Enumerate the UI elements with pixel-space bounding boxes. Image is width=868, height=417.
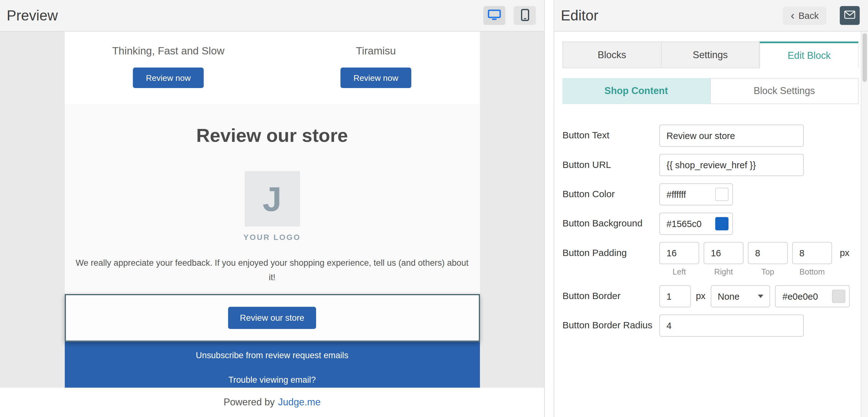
monitor-icon [488, 9, 501, 22]
mobile-preview-button[interactable] [514, 6, 536, 25]
button-color-input[interactable] [660, 184, 711, 205]
preview-panel: Preview Thinking, Fast and Sl [0, 0, 545, 417]
device-toggle [483, 6, 544, 25]
selected-button-block[interactable]: Review our store [64, 294, 479, 341]
button-color-input-group [659, 183, 733, 205]
product-cell: Thinking, Fast and Slow Review now [64, 45, 272, 88]
padding-top-input[interactable] [748, 242, 788, 264]
field-button-url: Button URL [562, 154, 859, 176]
field-button-border-radius: Button Border Radius [562, 315, 859, 336]
button-text-label: Button Text [562, 124, 659, 147]
padding-left-sublabel: Left [659, 268, 699, 276]
field-button-text: Button Text [562, 124, 859, 147]
padding-bottom-group: Bottom [792, 242, 832, 276]
email-preview-area: Thinking, Fast and Slow Review now Tiram… [0, 31, 544, 417]
feedback-text: We really appreciate your feedback. If y… [75, 256, 469, 284]
padding-right-input[interactable] [704, 242, 744, 264]
editor-header-actions: ‹ Back [783, 6, 868, 25]
padding-bottom-sublabel: Bottom [792, 268, 832, 276]
subtab-block-settings[interactable]: Block Settings [710, 78, 859, 104]
preview-header: Preview [0, 0, 544, 31]
tab-edit-block[interactable]: Edit Block [760, 41, 859, 68]
store-heading: Review our store [64, 124, 479, 146]
button-border-label: Button Border [562, 285, 659, 307]
tab-settings[interactable]: Settings [661, 41, 760, 68]
editor-title: Editor [554, 7, 598, 24]
unsubscribe-link[interactable]: Unsubscribe from review request emails [64, 350, 479, 360]
subtab-shop-content[interactable]: Shop Content [562, 78, 710, 104]
trouble-viewing-link[interactable]: Trouble viewing email? [64, 375, 479, 385]
border-style-select[interactable]: None [711, 285, 770, 307]
product-title: Tiramisu [272, 45, 480, 57]
button-color-label: Button Color [562, 183, 659, 205]
border-unit-label: px [696, 285, 706, 301]
review-store-button[interactable]: Review our store [228, 307, 316, 329]
border-color-input[interactable] [776, 286, 827, 307]
tab-blocks[interactable]: Blocks [562, 41, 661, 68]
email-templates-button[interactable] [840, 6, 860, 25]
padding-top-sublabel: Top [748, 268, 788, 276]
logo-caption: YOUR LOGO [64, 233, 479, 241]
button-url-input[interactable] [659, 154, 804, 176]
editor-scrollbar[interactable] [861, 31, 868, 417]
back-button[interactable]: ‹ Back [783, 6, 827, 25]
judgeme-link[interactable]: Judge.me [278, 396, 320, 408]
store-review-block[interactable]: Review our store J YOUR LOGO We really a… [64, 104, 479, 294]
border-color-swatch[interactable] [832, 290, 845, 303]
button-background-input[interactable] [660, 213, 711, 234]
back-button-label: Back [799, 10, 819, 21]
preview-title: Preview [0, 7, 58, 24]
border-radius-input[interactable] [659, 315, 804, 336]
edit-block-subtabs: Shop Content Block Settings [562, 78, 859, 104]
button-background-label: Button Background [562, 213, 659, 235]
field-button-padding: Button Padding Left Right Top [562, 242, 859, 276]
field-button-background: Button Background [562, 213, 859, 235]
padding-top-group: Top [748, 242, 788, 276]
review-now-button[interactable]: Review now [133, 68, 204, 88]
desktop-preview-button[interactable] [483, 6, 505, 25]
chevron-left-icon: ‹ [791, 9, 795, 21]
button-background-input-group [659, 213, 733, 235]
padding-unit-label: px [840, 242, 849, 258]
border-color-input-group [775, 285, 850, 307]
padding-right-sublabel: Right [704, 268, 744, 276]
border-inputs: px None [659, 285, 850, 307]
editor-panel: Editor ‹ Back Blocks Settings Edit Block [554, 0, 868, 417]
field-button-border: Button Border px None [562, 285, 859, 307]
editor-body: Blocks Settings Edit Block Shop Content … [554, 31, 868, 336]
border-width-input[interactable] [659, 285, 691, 307]
button-url-label: Button URL [562, 154, 659, 176]
email-canvas: Thinking, Fast and Slow Review now Tiram… [64, 31, 479, 390]
button-color-swatch[interactable] [715, 188, 728, 201]
button-padding-label: Button Padding [562, 242, 659, 276]
envelope-icon [844, 10, 855, 21]
smartphone-icon [521, 8, 529, 22]
powered-by-bar: Powered by Judge.me [0, 388, 544, 417]
button-border-radius-label: Button Border Radius [562, 315, 659, 336]
product-cell: Tiramisu Review now [272, 45, 480, 88]
padding-right-group: Right [704, 242, 744, 276]
button-background-swatch[interactable] [715, 217, 728, 230]
store-logo: J [245, 171, 300, 227]
powered-by-text: Powered by [223, 396, 275, 408]
scrollbar-thumb[interactable] [862, 33, 867, 82]
field-button-color: Button Color [562, 183, 859, 205]
padding-inputs: Left Right Top Bottom [659, 242, 849, 276]
chevron-down-icon [758, 295, 764, 298]
editor-header: Editor ‹ Back [554, 0, 868, 31]
border-style-value: None [718, 291, 740, 301]
editor-tabs: Blocks Settings Edit Block [562, 41, 859, 68]
app-window: Preview Thinking, Fast and Sl [0, 0, 868, 417]
button-text-input[interactable] [659, 124, 804, 147]
products-block[interactable]: Thinking, Fast and Slow Review now Tiram… [64, 31, 479, 104]
padding-left-group: Left [659, 242, 699, 276]
product-title: Thinking, Fast and Slow [64, 45, 272, 57]
review-now-button[interactable]: Review now [340, 68, 412, 88]
padding-left-input[interactable] [659, 242, 699, 264]
block-settings-form: Button Text Button URL Button Color Butt… [562, 124, 859, 336]
email-footer-block[interactable]: Unsubscribe from review request emails T… [64, 342, 479, 390]
logo-letter: J [262, 179, 282, 218]
padding-bottom-input[interactable] [792, 242, 832, 264]
